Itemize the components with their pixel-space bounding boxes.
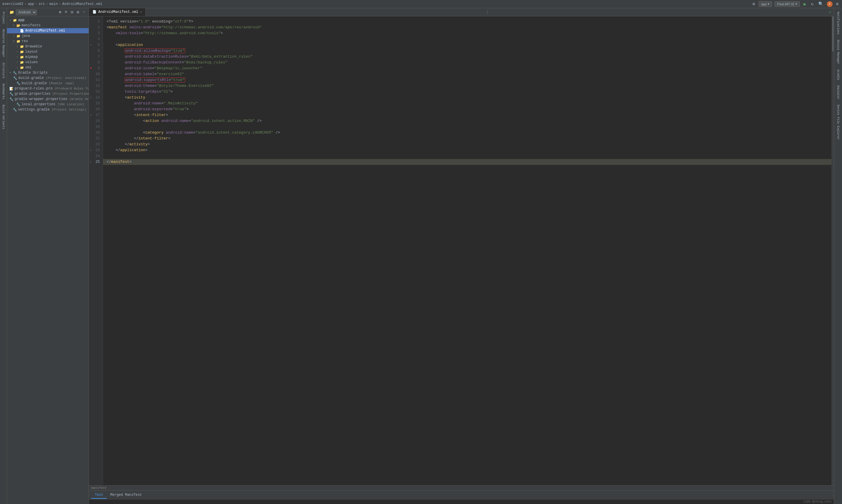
minus-icon[interactable]: − [82, 9, 86, 15]
code-line-14: <activity [103, 95, 831, 101]
tree-item-gradle-properties[interactable]: 🔧 gradle.properties (Project Properties) [7, 91, 89, 96]
tree-item-manifests[interactable]: ▾ 📂 manifests [7, 23, 89, 28]
tree-item-gradle-wrapper[interactable]: 🔧 gradle-wrapper.properties (Gradle Vers… [7, 96, 89, 102]
search-icon[interactable]: 🔍 [817, 1, 824, 7]
settings2-icon[interactable]: ⚙ [835, 1, 840, 7]
code-line-18: <action android:name="android.intent.act… [103, 118, 831, 124]
tree-item-java[interactable]: › 📁 java [7, 33, 89, 39]
breadcrumb-part-3[interactable]: src [39, 2, 45, 6]
tab-label: AndroidManifest.xml [98, 10, 138, 14]
code-line-11: android:supportsRtl="true" [103, 77, 831, 83]
check-icon: ✓ [829, 10, 834, 15]
settings-icon[interactable]: ⚙ [751, 1, 756, 7]
breadcrumb-part-1[interactable]: exercise02 [2, 2, 23, 6]
code-line-10: android:label="exercise02" [103, 71, 831, 77]
code-line-1: <?xml version="1.0" encoding="utf-8"?> [103, 19, 831, 24]
refresh-icon[interactable]: ↻ [810, 1, 814, 7]
code-line-9: android:icon="@mipmap/ic_launcher" [103, 66, 831, 71]
left-panel-structure[interactable]: Structure [1, 60, 5, 81]
line-num-20: 20 [89, 130, 103, 136]
tree-item-drawable[interactable]: › 📁 drawable [7, 44, 89, 49]
tree-item-gradle-scripts[interactable]: ▾ 🔧 Gradle Scripts [7, 70, 89, 75]
tab-menu-button[interactable]: ⋮ [483, 10, 492, 15]
left-panel-build-variants[interactable]: Build Variants [1, 102, 5, 131]
filter-icon[interactable]: ⊟ [70, 9, 74, 15]
code-line-21: </intent-filter> [103, 136, 831, 142]
breadcrumb-part-5[interactable]: AndroidManifest.xml [62, 2, 102, 6]
editor-scrollbar[interactable] [831, 16, 834, 485]
bottom-breadcrumb: manifest [89, 485, 834, 490]
code-line-23: </application> [103, 147, 831, 153]
code-line-4 [103, 36, 831, 42]
tree-item-local-properties[interactable]: 🔧 local.properties (SDK Location) [7, 102, 89, 107]
device-label: Pixel API 31 [777, 2, 794, 6]
line-num-15: 15 [89, 101, 103, 106]
editor-breadcrumb: manifest [91, 486, 107, 490]
sidebar-header: 📁 Android Project ⊕ ≡ ⊟ ⚙ − [7, 8, 89, 16]
line-num-19: 19 [89, 124, 103, 130]
left-panel-project[interactable]: Project [1, 10, 5, 26]
left-strip: Project Resource Manager Structure Bookm… [0, 8, 7, 504]
device-dropdown-icon: ▾ [795, 2, 797, 6]
line-numbers: 1 2 3 4 ▾5 6 7 8 ▮9 10 11 12 13 ▾14 [89, 16, 103, 485]
tree-item-androidmanifest[interactable]: 📄 AndroidManifest.xml [7, 28, 89, 33]
tree-item-layout[interactable]: › 📁 layout [7, 49, 89, 54]
right-strip: Notifications Device Manager Gradle Emul… [834, 8, 842, 504]
sidebar-icon: 📁 [10, 10, 14, 15]
tree-item-app[interactable]: ▾ 📁 app [7, 18, 89, 23]
breadcrumb-part-2[interactable]: app [28, 2, 34, 6]
right-panel-device-file-explorer[interactable]: Device File Explorer [836, 102, 840, 142]
tree-item-settings-gradle[interactable]: 🔧 settings.gradle (Project Settings) [7, 107, 89, 112]
tab-icon: 📄 [92, 10, 97, 14]
sidebar-tree: ▾ 📁 app ▾ 📂 manifests 📄 AndroidManifest.… [7, 16, 89, 504]
code-line-12: android:theme="@style/Theme.Exercise02" [103, 83, 831, 89]
code-line-2: <manifest xmlns:android="http://schemas.… [103, 24, 831, 31]
left-panel-resource-manager[interactable]: Resource Manager [1, 27, 5, 60]
code-line-7: android:dataExtractionRules="@xml/data_e… [103, 54, 831, 60]
tree-item-build-gradle-module[interactable]: 🔧 build.gradle (Module :app) [7, 81, 89, 86]
tab-androidmanifest[interactable]: 📄 AndroidManifest.xml ✕ [89, 8, 146, 16]
code-line-13: tools:targetApi="31"> [103, 89, 831, 95]
run-button[interactable]: ▶ [802, 1, 807, 7]
code-editor[interactable]: <?xml version="1.0" encoding="utf-8"?> <… [103, 16, 831, 485]
line-num-23: ▸23 [89, 147, 103, 153]
user-icon[interactable]: Z [827, 1, 832, 7]
sync-icon[interactable]: ⊕ [58, 9, 62, 15]
tab-merged-manifest[interactable]: Merged Manifest [107, 492, 145, 499]
line-num-22: 22 [89, 142, 103, 147]
left-panel-bookmarks[interactable]: Bookmarks [1, 81, 5, 102]
tree-item-xml[interactable]: › 📁 xml [7, 65, 89, 70]
gear-icon[interactable]: ⚙ [75, 9, 80, 15]
code-line-8: android:fullBackupContent="@xml/backup_r… [103, 60, 831, 66]
breadcrumb-part-4[interactable]: main [50, 2, 58, 6]
tree-item-values[interactable]: › 📁 values [7, 60, 89, 65]
code-line-17: <intent-filter> [103, 112, 831, 118]
right-panel-device-manager[interactable]: Device Manager [836, 37, 840, 67]
run-config-button[interactable]: app ▾ [759, 1, 772, 7]
main-area: Project Resource Manager Structure Bookm… [0, 8, 842, 504]
right-panel-gradle[interactable]: Gradle [836, 67, 840, 83]
code-line-20: <category android:name="android.intent.c… [103, 130, 831, 136]
sidebar-view-select[interactable]: Android Project [16, 10, 37, 15]
tab-text[interactable]: Text [91, 492, 107, 499]
right-panel-emulator[interactable]: Emulator [836, 83, 840, 102]
right-panel-notifications[interactable]: Notifications [836, 10, 840, 37]
line-num-13: 13 [89, 89, 103, 95]
scrollbar-thumb[interactable] [832, 16, 834, 51]
tab-close-button[interactable]: ✕ [140, 10, 142, 14]
tree-item-build-gradle-project[interactable]: 🔧 build.gradle (Project: exercise02) [7, 75, 89, 81]
collapse-icon[interactable]: ≡ [64, 9, 68, 15]
line-num-18: 18 [89, 118, 103, 124]
top-toolbar: exercise02 › app › src › main › AndroidM… [0, 0, 842, 8]
line-num-17: ▾17 [89, 112, 103, 118]
tree-item-res[interactable]: ▾ 📁 res [7, 39, 89, 44]
line-num-24: 24 [89, 153, 103, 159]
line-num-12: 12 [89, 83, 103, 89]
tree-item-mipmap[interactable]: › 📁 mipmap [7, 54, 89, 60]
line-num-14: ▾14 [89, 95, 103, 101]
device-button[interactable]: Pixel API 31 ▾ [774, 1, 800, 7]
line-num-1: 1 [89, 19, 103, 24]
tree-item-proguard[interactable]: 📝 proguard-rules.pro (ProGuard Rules for… [7, 86, 89, 91]
run-config-label: app [761, 2, 767, 6]
editor-area: 📄 AndroidManifest.xml ✕ ⋮ ✓ 1 2 3 4 ▾5 6… [89, 8, 834, 504]
